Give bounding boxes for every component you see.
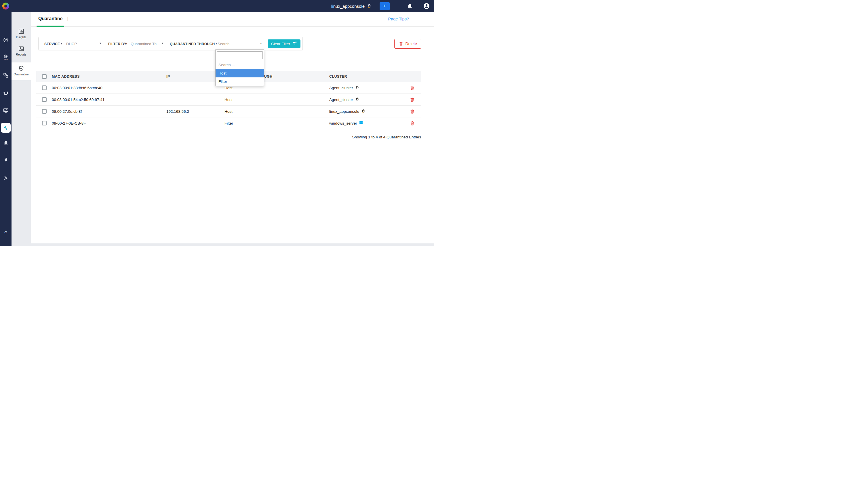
- cluster-cell: linux_appconsole: [328, 109, 404, 114]
- quarantined-through-dropdown: Search ...HostFilter: [215, 49, 264, 86]
- trash-icon: [399, 42, 404, 46]
- windows-icon: [359, 121, 363, 125]
- device-monitor-icon[interactable]: [0, 107, 11, 113]
- appliance-title: linux_appconsole: [331, 3, 371, 9]
- activity-pulse-icon[interactable]: [1, 123, 11, 133]
- appliance-title-text: linux_appconsole: [331, 4, 365, 9]
- app-window: linux_appconsole + DNS: [0, 0, 434, 246]
- table-row: 08-00-27-0E-CB-8F Filter windows_server: [36, 117, 421, 129]
- quarantined-through-label: QUARANTINED THROUGH :: [170, 42, 217, 46]
- row-select-cell: [36, 109, 50, 114]
- linux-penguin-icon: [355, 85, 359, 90]
- ipam-blocks-icon[interactable]: [0, 73, 11, 78]
- filter-toolbar: SERVICE : DHCP ▾ FILTER BY: Quarantined …: [38, 37, 303, 50]
- row-select-cell: [36, 97, 50, 102]
- sidebar-item-label: Quarantine: [11, 73, 31, 76]
- quarantined-through-cell: Filter: [223, 121, 328, 125]
- column-header-mac[interactable]: MAC ADDRESS: [50, 75, 165, 78]
- user-avatar-icon[interactable]: [423, 3, 430, 9]
- filter-by-label: FILTER BY:: [108, 42, 127, 46]
- delete-row-icon[interactable]: [410, 85, 415, 90]
- dropdown-option[interactable]: Search ...: [216, 61, 264, 69]
- column-header-cluster[interactable]: CLUSTER: [328, 75, 404, 78]
- row-checkbox[interactable]: [42, 85, 47, 90]
- sidebar-item-quarantine[interactable]: Quarantine: [11, 63, 31, 80]
- svg-text:DNS: DNS: [4, 58, 8, 60]
- row-actions-cell: [404, 109, 421, 114]
- sidebar-item-insights[interactable]: Insights: [11, 28, 31, 39]
- cluster-cell: Agent_cluster: [328, 97, 404, 102]
- add-button[interactable]: +: [380, 2, 390, 10]
- delete-button[interactable]: Delete: [394, 39, 421, 49]
- active-tab-underline: [37, 26, 64, 27]
- cluster-name: windows_server: [329, 121, 357, 125]
- bottom-strip: [11, 243, 434, 246]
- dropdown-option[interactable]: Filter: [216, 77, 264, 86]
- service-label: SERVICE :: [44, 42, 62, 46]
- dropdown-search-input[interactable]: [217, 51, 263, 59]
- primary-sidebar: DNS «: [0, 12, 11, 246]
- dns-globe-icon[interactable]: DNS: [0, 54, 11, 61]
- service-select[interactable]: DHCP: [66, 42, 77, 46]
- cluster-cell: Agent_cluster: [328, 85, 404, 90]
- delete-row-icon[interactable]: [410, 97, 415, 102]
- chevron-down-icon[interactable]: ▾: [162, 42, 164, 45]
- integrations-plug-icon[interactable]: [0, 157, 11, 163]
- linux-penguin-icon: [361, 109, 365, 114]
- dashboard-gauge-icon[interactable]: [0, 37, 11, 43]
- table-row: 00:03:00:01:54:c2:50:69:97:41 Host Agent…: [36, 94, 421, 105]
- filter-by-select[interactable]: Quarantined Th...: [131, 42, 160, 46]
- donut-chart-icon[interactable]: [0, 90, 11, 96]
- delete-button-label: Delete: [406, 42, 417, 46]
- row-select-cell: [36, 85, 50, 90]
- row-select-cell: [36, 121, 50, 125]
- cluster-name: Agent_cluster: [329, 86, 353, 90]
- table-row: 08:00:27:0e:cb:8f 192.168.56.2 Host linu…: [36, 105, 421, 117]
- quarantined-through-select[interactable]: Search ...: [218, 42, 234, 46]
- chevron-up-icon[interactable]: ▴: [260, 42, 262, 45]
- brand-swirl-logo: [2, 3, 9, 9]
- page-tips-link[interactable]: Page Tips?: [388, 17, 409, 21]
- row-checkbox[interactable]: [42, 109, 47, 114]
- delete-row-icon[interactable]: [410, 121, 415, 126]
- quarantined-through-cell: Host: [223, 86, 328, 90]
- row-checkbox[interactable]: [42, 97, 47, 102]
- clear-filter-label: Clear Filter: [271, 42, 290, 46]
- dropdown-option[interactable]: Host: [216, 69, 264, 77]
- row-actions-cell: [404, 121, 421, 126]
- admin-gear-icon[interactable]: [0, 175, 11, 181]
- dropdown-options: Search ...HostFilter: [216, 61, 264, 86]
- select-all-cell: [36, 74, 50, 79]
- secondary-sidebar: Insights Reports Quarantine: [11, 12, 31, 246]
- alerts-bell-icon[interactable]: [0, 140, 11, 146]
- chevron-down-icon[interactable]: ▾: [100, 42, 101, 45]
- row-actions-cell: [404, 85, 421, 90]
- sidebar-collapse-button[interactable]: «: [0, 229, 11, 235]
- select-all-checkbox[interactable]: [42, 74, 47, 79]
- quarantine-shield-icon: [11, 65, 31, 72]
- row-checkbox[interactable]: [42, 121, 47, 125]
- sidebar-item-label: Reports: [11, 53, 31, 56]
- text-caret: [219, 53, 219, 57]
- row-actions-cell: [404, 97, 421, 102]
- reports-image-icon: [11, 46, 31, 52]
- cluster-cell: windows_server: [328, 121, 404, 125]
- table-body: 00:03:00:01:38:f8:f6:6a:cb:40 Host Agent…: [36, 82, 421, 129]
- column-header-ip[interactable]: IP: [165, 75, 223, 78]
- delete-row-icon[interactable]: [410, 109, 415, 114]
- linux-penguin-icon: [367, 3, 371, 9]
- main-content: Quarantine | Page Tips? SERVICE : DHCP ▾…: [31, 12, 434, 243]
- mac-address-cell: 00:03:00:01:38:f8:f6:6a:cb:40: [50, 86, 165, 90]
- cluster-name: linux_appconsole: [329, 109, 359, 114]
- page-header: Quarantine | Page Tips?: [31, 12, 434, 27]
- quarantined-through-cell: Host: [223, 109, 328, 114]
- notifications-bell-icon[interactable]: [407, 3, 413, 9]
- top-bar: linux_appconsole +: [0, 0, 434, 12]
- clear-filter-button[interactable]: Clear Filter: [268, 40, 300, 48]
- pagination-summary: Showing 1 to 4 of 4 Quarantined Entries: [352, 135, 421, 139]
- filter-x-icon: [292, 41, 297, 47]
- tab-divider: |: [67, 16, 68, 22]
- tab-quarantine[interactable]: Quarantine: [38, 16, 63, 21]
- sidebar-item-reports[interactable]: Reports: [11, 46, 31, 56]
- mac-address-cell: 08-00-27-0E-CB-8F: [50, 121, 165, 125]
